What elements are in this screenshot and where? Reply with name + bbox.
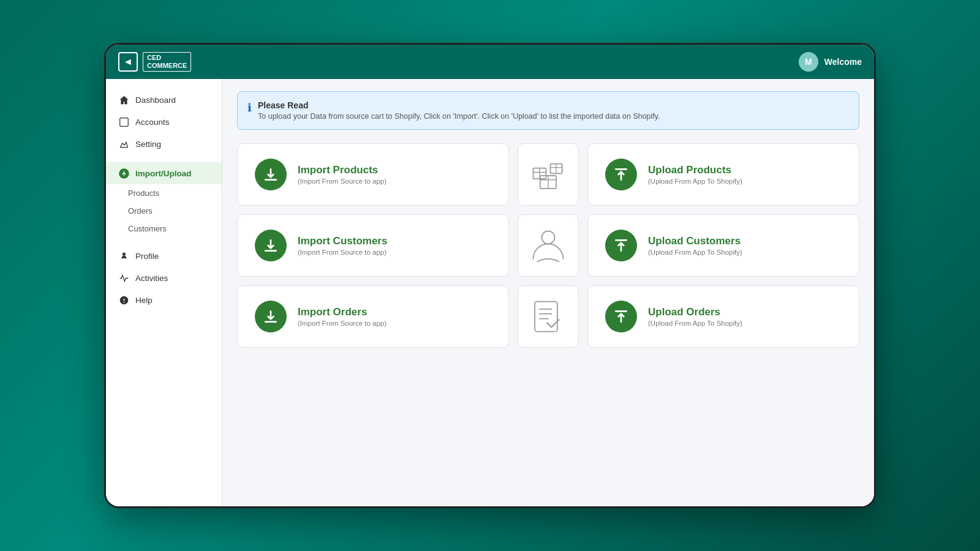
logo-icon: ◄	[118, 52, 138, 72]
upload-products-title: Upload Products	[648, 164, 742, 176]
header-right: M Welcome	[799, 52, 862, 72]
import-orders-card[interactable]: Import Orders (Import From Source to app…	[237, 285, 509, 348]
import-icon	[255, 159, 287, 190]
sidebar-item-label: Help	[135, 296, 153, 305]
upload-orders-card[interactable]: Upload Orders (Upload From App To Shopif…	[587, 285, 859, 348]
sidebar-sub-customers[interactable]: Customers	[106, 220, 222, 238]
svg-rect-7	[535, 302, 557, 332]
logo: ◄ CED COMMERCE	[118, 52, 191, 72]
customers-illustration	[518, 214, 579, 277]
sidebar-item-label: Profile	[135, 252, 159, 261]
main-content: ℹ Please Read To upload your Data from s…	[222, 79, 874, 506]
upload-products-text: Upload Products (Upload From App To Shop…	[648, 164, 742, 185]
upload-orders-icon	[605, 301, 637, 332]
sidebar-item-dashboard[interactable]: Dashboard	[106, 89, 222, 111]
sidebar-sub-label: Products	[128, 189, 159, 198]
upload-products-sub: (Upload From App To Shopify)	[648, 178, 742, 185]
sidebar-sub-label: Customers	[128, 224, 167, 233]
sidebar-sub-products[interactable]: Products	[106, 184, 222, 202]
welcome-text: Welcome	[824, 57, 862, 67]
activity-icon	[118, 272, 129, 283]
import-customers-icon	[255, 230, 287, 261]
import-products-title: Import Products	[298, 164, 386, 176]
upload-customers-sub: (Upload From App To Shopify)	[648, 249, 742, 256]
sidebar-item-label: Setting	[135, 140, 161, 149]
import-orders-sub: (Import From Source to app)	[298, 320, 386, 327]
import-customers-sub: (Import From Source to app)	[298, 249, 387, 256]
import-orders-icon	[255, 301, 287, 332]
body: Dashboard Accounts Setting Import/Uplo	[106, 79, 874, 506]
sidebar-item-import-upload[interactable]: Import/Upload	[106, 162, 222, 184]
sidebar-sub-label: Orders	[128, 206, 153, 216]
import-products-text: Import Products (Import From Source to a…	[298, 164, 386, 185]
svg-point-6	[542, 231, 555, 244]
info-description: To upload your Data from source cart to …	[258, 112, 660, 121]
info-banner: ℹ Please Read To upload your Data from s…	[237, 91, 859, 130]
sidebar-item-activities[interactable]: Activities	[106, 267, 222, 289]
sidebar-item-label: Import/Upload	[135, 169, 192, 178]
sidebar: Dashboard Accounts Setting Import/Uplo	[106, 79, 222, 506]
help-icon	[118, 294, 129, 305]
cards-grid: Import Products (Import From Source to a…	[237, 143, 859, 348]
sidebar-item-accounts[interactable]: Accounts	[106, 111, 222, 133]
info-title: Please Read	[258, 100, 660, 110]
upload-products-card[interactable]: Upload Products (Upload From App To Shop…	[587, 143, 859, 206]
sidebar-item-setting[interactable]: Setting	[106, 133, 222, 155]
sidebar-item-help[interactable]: Help	[106, 289, 222, 311]
sidebar-item-label: Dashboard	[135, 96, 176, 105]
import-customers-title: Import Customers	[298, 235, 387, 247]
orders-illustration	[518, 285, 579, 348]
import-products-card[interactable]: Import Products (Import From Source to a…	[237, 143, 509, 206]
home-icon	[118, 94, 129, 105]
header: ◄ CED COMMERCE M Welcome	[106, 45, 874, 79]
upload-customers-card[interactable]: Upload Customers (Upload From App To Sho…	[587, 214, 859, 277]
import-customers-text: Import Customers (Import From Source to …	[298, 235, 387, 256]
upload-customers-title: Upload Customers	[648, 235, 742, 247]
info-text: Please Read To upload your Data from sou…	[258, 100, 660, 121]
account-icon	[118, 116, 129, 127]
import-products-sub: (Import From Source to app)	[298, 178, 386, 185]
sidebar-sub-orders[interactable]: Orders	[106, 202, 222, 220]
profile-icon	[118, 250, 129, 261]
logo-text: CED COMMERCE	[143, 52, 191, 72]
info-icon: ℹ	[247, 101, 252, 114]
sidebar-item-label: Activities	[135, 274, 168, 283]
upload-customers-text: Upload Customers (Upload From App To Sho…	[648, 235, 742, 256]
upload-orders-sub: (Upload From App To Shopify)	[648, 320, 742, 327]
import-orders-title: Import Orders	[298, 306, 386, 318]
upload-orders-text: Upload Orders (Upload From App To Shopif…	[648, 306, 742, 327]
import-customers-card[interactable]: Import Customers (Import From Source to …	[237, 214, 509, 277]
products-illustration	[518, 143, 579, 206]
svg-rect-0	[119, 118, 128, 126]
upload-customers-icon	[605, 230, 637, 261]
avatar: M	[799, 52, 818, 72]
sidebar-item-profile[interactable]: Profile	[106, 245, 222, 267]
upload-orders-title: Upload Orders	[648, 306, 742, 318]
upload-icon	[605, 159, 637, 190]
upload-icon	[118, 168, 129, 179]
import-orders-text: Import Orders (Import From Source to app…	[298, 306, 386, 327]
sidebar-item-label: Accounts	[135, 118, 170, 127]
device-frame: ◄ CED COMMERCE M Welcome Dashboard	[104, 43, 876, 508]
setting-icon	[118, 138, 129, 149]
